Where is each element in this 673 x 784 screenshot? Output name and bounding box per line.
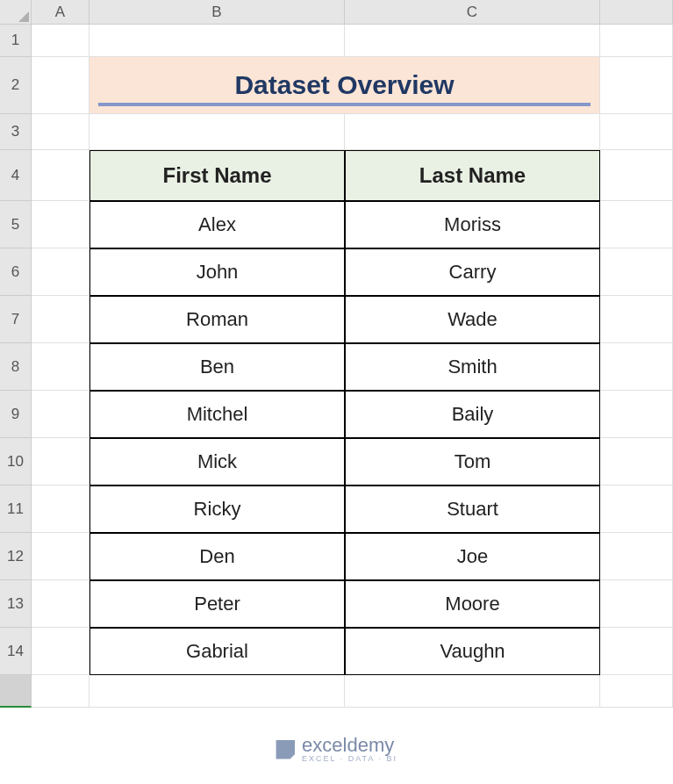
title-text: Dataset Overview bbox=[234, 70, 454, 100]
cell-b10[interactable]: Mick bbox=[89, 438, 345, 486]
cell-b7[interactable]: Roman bbox=[89, 296, 345, 343]
row-header-15[interactable] bbox=[0, 675, 32, 708]
col-header-blank[interactable] bbox=[600, 0, 673, 25]
watermark-icon bbox=[276, 740, 295, 759]
cell-d11[interactable] bbox=[600, 486, 673, 533]
header-first-name[interactable]: First Name bbox=[89, 150, 345, 201]
cell-c3[interactable] bbox=[345, 114, 600, 150]
cell-a12[interactable] bbox=[32, 533, 89, 580]
cell-d5[interactable] bbox=[600, 201, 673, 248]
title-cell[interactable]: Dataset Overview bbox=[89, 57, 600, 114]
col-header-a[interactable]: A bbox=[32, 0, 89, 25]
watermark-brand: exceldemy bbox=[302, 736, 397, 755]
cell-d1[interactable] bbox=[600, 25, 673, 57]
cell-c12[interactable]: Joe bbox=[345, 533, 600, 580]
cell-a8[interactable] bbox=[32, 343, 89, 391]
cell-a9[interactable] bbox=[32, 391, 89, 438]
cell-a3[interactable] bbox=[32, 114, 89, 150]
cell-b5[interactable]: Alex bbox=[89, 201, 345, 248]
row-header-9[interactable]: 9 bbox=[0, 391, 32, 438]
title-underline bbox=[98, 103, 591, 106]
row-header-12[interactable]: 12 bbox=[0, 533, 32, 580]
select-all-corner[interactable] bbox=[0, 0, 32, 25]
row-header-3[interactable]: 3 bbox=[0, 114, 32, 150]
cell-b6[interactable]: John bbox=[89, 248, 345, 296]
cell-d6[interactable] bbox=[600, 248, 673, 296]
cell-c5[interactable]: Moriss bbox=[345, 201, 600, 248]
cell-d13[interactable] bbox=[600, 580, 673, 628]
col-header-b[interactable]: B bbox=[89, 0, 345, 25]
cell-a1[interactable] bbox=[32, 25, 89, 57]
header-last-name[interactable]: Last Name bbox=[345, 150, 600, 201]
cell-c6[interactable]: Carry bbox=[345, 248, 600, 296]
cell-d9[interactable] bbox=[600, 391, 673, 438]
row-header-4[interactable]: 4 bbox=[0, 150, 32, 201]
cell-d7[interactable] bbox=[600, 296, 673, 343]
cell-b15[interactable] bbox=[89, 675, 345, 708]
cell-a5[interactable] bbox=[32, 201, 89, 248]
row-header-1[interactable]: 1 bbox=[0, 25, 32, 57]
cell-b12[interactable]: Den bbox=[89, 533, 345, 580]
cell-a6[interactable] bbox=[32, 248, 89, 296]
watermark-text: exceldemy EXCEL · DATA · BI bbox=[302, 736, 397, 763]
cell-c14[interactable]: Vaughn bbox=[345, 628, 600, 675]
cell-d2[interactable] bbox=[600, 57, 673, 114]
row-header-2[interactable]: 2 bbox=[0, 57, 32, 114]
col-header-c[interactable]: C bbox=[345, 0, 600, 25]
cell-d15[interactable] bbox=[600, 675, 673, 708]
cell-c8[interactable]: Smith bbox=[345, 343, 600, 391]
cell-d3[interactable] bbox=[600, 114, 673, 150]
cell-d8[interactable] bbox=[600, 343, 673, 391]
watermark: exceldemy EXCEL · DATA · BI bbox=[276, 736, 397, 763]
cell-c10[interactable]: Tom bbox=[345, 438, 600, 486]
row-header-13[interactable]: 13 bbox=[0, 580, 32, 628]
cell-d12[interactable] bbox=[600, 533, 673, 580]
row-header-10[interactable]: 10 bbox=[0, 438, 32, 486]
cell-c1[interactable] bbox=[345, 25, 600, 57]
cell-a15[interactable] bbox=[32, 675, 89, 708]
cell-b13[interactable]: Peter bbox=[89, 580, 345, 628]
row-header-6[interactable]: 6 bbox=[0, 248, 32, 296]
cell-b8[interactable]: Ben bbox=[89, 343, 345, 391]
cell-b14[interactable]: Gabrial bbox=[89, 628, 345, 675]
cell-b3[interactable] bbox=[89, 114, 345, 150]
row-header-11[interactable]: 11 bbox=[0, 486, 32, 533]
cell-a13[interactable] bbox=[32, 580, 89, 628]
cell-c11[interactable]: Stuart bbox=[345, 486, 600, 533]
spreadsheet-grid: A B C 1 2 Dataset Overview 3 4 First Nam… bbox=[0, 0, 673, 708]
cell-c13[interactable]: Moore bbox=[345, 580, 600, 628]
row-header-5[interactable]: 5 bbox=[0, 201, 32, 248]
cell-c15[interactable] bbox=[345, 675, 600, 708]
cell-b11[interactable]: Ricky bbox=[89, 486, 345, 533]
watermark-tag: EXCEL · DATA · BI bbox=[302, 755, 397, 763]
row-header-7[interactable]: 7 bbox=[0, 296, 32, 343]
cell-d4[interactable] bbox=[600, 150, 673, 201]
cell-a14[interactable] bbox=[32, 628, 89, 675]
cell-a4[interactable] bbox=[32, 150, 89, 201]
cell-a10[interactable] bbox=[32, 438, 89, 486]
cell-c9[interactable]: Baily bbox=[345, 391, 600, 438]
cell-a11[interactable] bbox=[32, 486, 89, 533]
row-header-8[interactable]: 8 bbox=[0, 343, 32, 391]
cell-a7[interactable] bbox=[32, 296, 89, 343]
row-header-14[interactable]: 14 bbox=[0, 628, 32, 675]
cell-d14[interactable] bbox=[600, 628, 673, 675]
cell-c7[interactable]: Wade bbox=[345, 296, 600, 343]
cell-b1[interactable] bbox=[89, 25, 345, 57]
cell-b9[interactable]: Mitchel bbox=[89, 391, 345, 438]
cell-d10[interactable] bbox=[600, 438, 673, 486]
cell-a2[interactable] bbox=[32, 57, 89, 114]
